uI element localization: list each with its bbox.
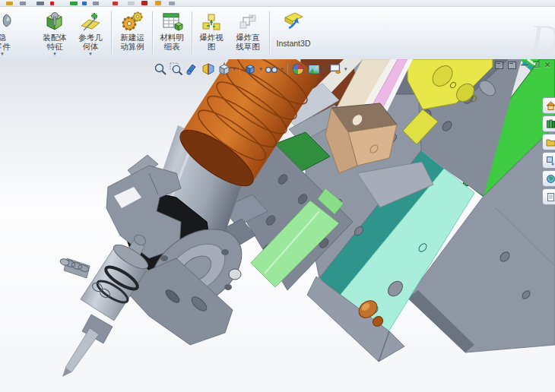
document-window-controls: — ❐ ✕ <box>495 62 550 69</box>
tab-solidworks-resources[interactable] <box>542 97 555 114</box>
clipped-icon[interactable] <box>6 2 13 5</box>
graphics-viewport[interactable]: ▼ ▼ ▼ <box>0 59 555 392</box>
toolbar-separator <box>269 11 270 54</box>
exploded-view-button[interactable]: 爆炸视图 <box>195 8 228 57</box>
hide-show-items-button[interactable] <box>265 62 279 76</box>
assembly-model[interactable] <box>0 59 555 392</box>
section-view-button[interactable] <box>201 62 215 76</box>
bom-table-icon <box>160 10 183 33</box>
clipped-icon[interactable] <box>141 1 147 5</box>
flyout-caret: ▼ <box>88 52 93 56</box>
clipped-icon[interactable] <box>82 2 87 5</box>
toolbar-separator <box>192 11 192 54</box>
close-button[interactable]: ✕ <box>544 62 550 69</box>
quick-access-toolbar-clipped <box>0 0 555 7</box>
globe-icon <box>546 174 555 184</box>
chevron-down-icon[interactable]: ▼ <box>322 67 327 71</box>
hud-separator <box>239 64 240 74</box>
view-orientation-button[interactable] <box>217 62 231 76</box>
bill-of-materials-button[interactable]: 材料明细表 <box>155 8 189 57</box>
restore-button[interactable]: ❐ <box>533 62 540 69</box>
exploded-view-icon <box>200 10 223 33</box>
explode-line-sketch-icon <box>236 10 259 33</box>
tab-custom-properties[interactable] <box>542 188 555 205</box>
chevron-down-icon[interactable]: ▼ <box>258 67 263 71</box>
appearance-sphere-icon <box>291 62 305 76</box>
explode-line-sketch-button[interactable]: 爆炸直线草图 <box>230 8 266 57</box>
command-manager: 隐零件 ▼ 装配体特征 ▼ 参考几何体 ▼ <box>0 7 555 60</box>
solidworks-watermark: D <box>530 16 555 63</box>
solidworks-window: 隐零件 ▼ 装配体特征 ▼ 参考几何体 ▼ <box>0 0 555 392</box>
home-icon <box>546 101 555 111</box>
display-style-icon <box>243 62 257 76</box>
books-icon <box>546 119 555 129</box>
task-pane-tabs <box>542 97 555 205</box>
clipped-icon[interactable] <box>113 2 118 5</box>
zoom-to-area-icon <box>170 62 183 76</box>
apply-scene-button[interactable] <box>307 62 322 76</box>
edit-appearance-button[interactable] <box>291 62 306 76</box>
reference-geometry-icon <box>79 10 102 33</box>
clipped-icon <box>0 10 14 33</box>
zoom-to-fit-button[interactable] <box>153 62 167 76</box>
document-icon <box>546 192 555 202</box>
tab-view-palette[interactable] <box>542 152 555 169</box>
clipped-icon[interactable] <box>169 2 175 5</box>
clipped-icon[interactable] <box>36 2 44 5</box>
previous-view-button[interactable] <box>185 62 199 76</box>
previous-view-icon <box>186 62 199 76</box>
chevron-down-icon[interactable]: ▼ <box>280 67 284 71</box>
minimize-button[interactable]: — <box>521 62 528 69</box>
clipped-icon[interactable] <box>50 2 54 5</box>
toolbar-separator <box>152 11 153 54</box>
tab-design-library[interactable] <box>542 115 555 132</box>
zoom-to-area-button[interactable] <box>169 62 183 76</box>
previous-window-button[interactable] <box>495 62 503 69</box>
view-orientation-icon <box>217 62 231 76</box>
nozzle-assembly[interactable] <box>59 233 151 377</box>
instant3d-icon <box>282 10 305 33</box>
tab-file-explorer[interactable] <box>542 134 555 150</box>
hud-separator <box>287 64 288 74</box>
clipped-icon[interactable] <box>155 1 161 5</box>
next-window-button[interactable] <box>508 62 516 69</box>
flyout-caret: ▼ <box>0 52 5 56</box>
clipped-icon[interactable] <box>93 2 99 5</box>
heads-up-view-toolbar: ▼ ▼ ▼ <box>153 61 348 77</box>
tab-appearances-scenes[interactable] <box>542 170 555 187</box>
eyeglasses-icon <box>265 62 278 76</box>
clipped-icon[interactable] <box>70 2 78 5</box>
chevron-down-icon[interactable]: ▼ <box>344 67 348 71</box>
view-settings-icon <box>328 62 342 76</box>
zoom-to-fit-icon <box>154 62 167 76</box>
new-motion-study-button[interactable]: 新建运动算例 <box>114 8 151 57</box>
assembly-features-button[interactable]: 装配体特征 ▼ <box>38 8 71 57</box>
folder-icon <box>546 138 555 147</box>
motion-study-icon <box>121 10 144 33</box>
display-style-button[interactable] <box>243 62 258 76</box>
show-hidden-components-button-clipped[interactable]: 隐零件 ▼ <box>0 8 15 57</box>
reference-geometry-button[interactable]: 参考几何体 ▼ <box>73 8 108 57</box>
toolbar-separator <box>111 11 112 54</box>
view-palette-icon <box>546 156 555 166</box>
view-settings-button[interactable] <box>328 62 343 76</box>
section-view-icon <box>201 62 215 76</box>
chevron-down-icon[interactable]: ▼ <box>232 67 236 71</box>
clipped-icon[interactable] <box>20 2 26 5</box>
clipped-icon[interactable] <box>128 2 135 5</box>
assembly-features-icon <box>43 10 66 33</box>
instant3d-button[interactable]: Instant3D <box>272 8 315 57</box>
scene-icon <box>307 62 321 76</box>
flyout-caret: ▼ <box>52 52 57 56</box>
